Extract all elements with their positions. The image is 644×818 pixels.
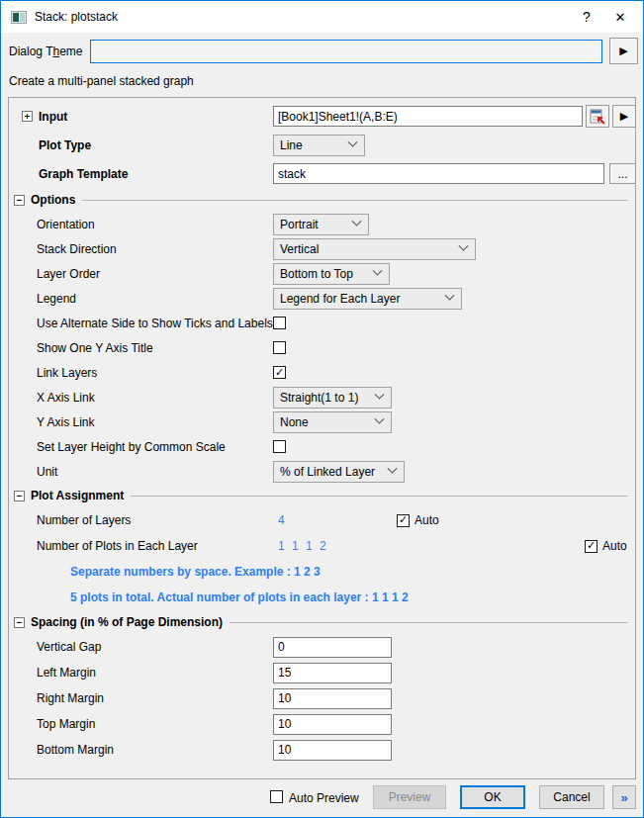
- common-scale-checkbox[interactable]: [273, 440, 286, 453]
- options-header-label: Options: [31, 193, 75, 207]
- alternate-side-checkbox[interactable]: [273, 317, 286, 329]
- section-divider: [131, 496, 628, 497]
- settings-panel: + Input ▶ Plot Type Line Gr: [8, 97, 636, 779]
- bottom-margin-row: Bottom Margin: [9, 737, 635, 763]
- graph-template-row: Graph Template ...: [9, 159, 635, 188]
- y-axis-link-select[interactable]: None: [273, 411, 392, 433]
- plots-auto-label: Auto: [602, 539, 627, 553]
- plot-type-select[interactable]: Line: [273, 135, 365, 156]
- window-title: Stack: plotstack: [35, 10, 570, 24]
- layer-order-value: Bottom to Top: [280, 267, 353, 281]
- theme-flyout-button[interactable]: ▶: [609, 38, 638, 64]
- dialog-theme-input[interactable]: [90, 40, 602, 63]
- input-label: Input: [39, 110, 67, 124]
- number-of-plots-label: Number of Plots in Each Layer: [37, 539, 198, 553]
- top-margin-label: Top Margin: [37, 717, 95, 731]
- more-options-button[interactable]: »: [612, 785, 636, 809]
- stack-direction-select[interactable]: Vertical: [273, 238, 476, 260]
- browse-template-button[interactable]: ...: [609, 163, 636, 184]
- close-button[interactable]: ✕: [603, 1, 637, 33]
- y-axis-link-row: Y Axis Link None: [9, 409, 635, 434]
- right-margin-field[interactable]: [273, 688, 392, 709]
- chevron-down-icon: [388, 464, 398, 474]
- stack-direction-label: Stack Direction: [37, 242, 117, 256]
- input-row: + Input ▶: [9, 102, 635, 131]
- number-of-plots-value[interactable]: 1 1 1 2: [278, 539, 328, 553]
- section-divider: [82, 200, 628, 201]
- auto-preview-checkbox[interactable]: [270, 790, 283, 803]
- ok-button[interactable]: OK: [460, 785, 525, 809]
- chevron-down-icon: [375, 390, 385, 400]
- number-of-layers-label: Number of Layers: [37, 513, 131, 527]
- collapse-minus-icon[interactable]: −: [14, 617, 25, 628]
- link-layers-checkbox[interactable]: ✓: [273, 366, 286, 379]
- hint-row: Separate numbers by space. Example : 1 2…: [9, 559, 635, 585]
- chevron-down-icon: [375, 414, 385, 424]
- plot-assignment-header-label: Plot Assignment: [31, 489, 124, 502]
- layer-order-row: Layer Order Bottom to Top: [9, 261, 635, 286]
- right-margin-label: Right Margin: [37, 691, 104, 705]
- top-margin-row: Top Margin: [9, 711, 635, 737]
- number-of-layers-value[interactable]: 4: [278, 513, 285, 527]
- unit-label: Unit: [37, 465, 57, 479]
- spacing-section-header: − Spacing (in % of Page Dimension): [9, 610, 635, 634]
- orientation-select[interactable]: Portrait: [273, 214, 369, 235]
- plots-auto-checkbox[interactable]: ✓: [585, 540, 598, 553]
- right-arrow-icon: ▶: [620, 111, 628, 122]
- vertical-gap-row: Vertical Gap: [9, 634, 635, 660]
- orientation-row: Orientation Portrait: [9, 212, 635, 236]
- plots-total-hint: 5 plots in total. Actual number of plots…: [37, 591, 409, 604]
- layer-order-select[interactable]: Bottom to Top: [273, 263, 390, 285]
- x-axis-link-label: X Axis Link: [37, 391, 95, 405]
- input-flyout-button[interactable]: ▶: [612, 105, 636, 128]
- x-axis-link-select[interactable]: Straight(1 to 1): [273, 387, 392, 409]
- y-axis-link-value: None: [280, 415, 309, 429]
- dialog-theme-label: Dialog Theme: [9, 45, 90, 58]
- stack-dialog-window: Stack: plotstack ? ✕ Dialog Theme ▶ Crea…: [0, 0, 644, 818]
- separate-numbers-hint: Separate numbers by space. Example : 1 2…: [37, 565, 321, 579]
- common-scale-row: Set Layer Height by Common Scale: [9, 434, 635, 459]
- chevron-down-icon: [445, 291, 455, 301]
- dialog-theme-row: Dialog Theme ▶: [1, 33, 643, 64]
- plot-type-value: Line: [280, 138, 303, 152]
- left-margin-label: Left Margin: [37, 666, 96, 680]
- expand-plus-icon[interactable]: +: [22, 111, 33, 122]
- unit-select[interactable]: % of Linked Layer: [273, 461, 405, 483]
- vertical-gap-field[interactable]: [273, 637, 392, 658]
- alternate-side-row: Use Alternate Side to Show Ticks and Lab…: [9, 311, 635, 335]
- dialog-description: Create a multi-panel stacked graph: [1, 64, 643, 88]
- title-bar: Stack: plotstack ? ✕: [1, 1, 643, 33]
- right-arrow-icon: ▶: [619, 45, 627, 56]
- legend-label: Legend: [37, 292, 76, 306]
- dialog-icon: [11, 11, 27, 24]
- one-y-title-checkbox[interactable]: [273, 341, 286, 354]
- select-data-button[interactable]: [586, 105, 609, 128]
- layers-auto-label: Auto: [414, 513, 439, 527]
- help-button[interactable]: ?: [570, 1, 603, 33]
- collapse-minus-icon[interactable]: −: [14, 195, 25, 206]
- one-y-title-label: Show One Y Axis Title: [37, 341, 153, 355]
- unit-row: Unit % of Linked Layer: [9, 459, 635, 484]
- legend-row: Legend Legend for Each Layer: [9, 286, 635, 311]
- legend-select[interactable]: Legend for Each Layer: [273, 288, 462, 310]
- vertical-gap-label: Vertical Gap: [37, 640, 101, 654]
- left-margin-row: Left Margin: [9, 660, 635, 685]
- input-range-field[interactable]: [273, 106, 583, 127]
- cancel-button[interactable]: Cancel: [539, 785, 604, 809]
- auto-preview-label: Auto Preview: [289, 791, 359, 805]
- plot-type-row: Plot Type Line: [9, 131, 635, 159]
- top-margin-field[interactable]: [273, 714, 392, 735]
- check-icon: ✓: [399, 514, 408, 525]
- layers-auto-checkbox[interactable]: ✓: [397, 514, 410, 527]
- graph-template-field[interactable]: [273, 163, 604, 184]
- x-axis-link-row: X Axis Link Straight(1 to 1): [9, 385, 635, 409]
- x-axis-link-value: Straight(1 to 1): [280, 391, 358, 405]
- y-axis-link-label: Y Axis Link: [37, 415, 94, 429]
- plot-type-label: Plot Type: [39, 138, 91, 152]
- number-of-layers-row: Number of Layers 4 ✓ Auto: [9, 507, 635, 533]
- stack-direction-value: Vertical: [280, 242, 319, 256]
- bottom-margin-field[interactable]: [273, 740, 392, 761]
- collapse-minus-icon[interactable]: −: [14, 491, 25, 501]
- legend-value: Legend for Each Layer: [280, 292, 400, 306]
- left-margin-field[interactable]: [273, 663, 392, 683]
